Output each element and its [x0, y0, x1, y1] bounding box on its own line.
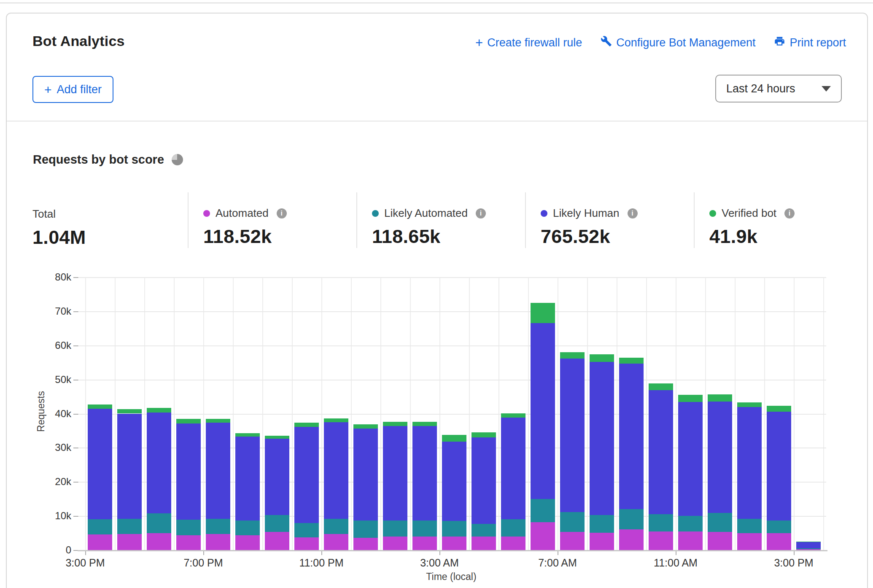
bar-segment-verified-bot[interactable]	[147, 408, 171, 413]
bar-segment-likely-automated[interactable]	[353, 521, 378, 537]
bar-segment-automated[interactable]	[88, 534, 112, 550]
bar-segment-verified-bot[interactable]	[235, 433, 260, 437]
bar-segment-likely-human[interactable]	[678, 402, 703, 516]
bar-segment-likely-human[interactable]	[472, 437, 496, 524]
bar-segment-likely-human[interactable]	[442, 442, 466, 521]
bar-segment-likely-human[interactable]	[324, 422, 348, 519]
bar-segment-automated[interactable]	[560, 532, 585, 550]
bar-segment-verified-bot[interactable]	[796, 542, 821, 542]
bar-segment-automated[interactable]	[294, 537, 319, 550]
bar-segment-automated[interactable]	[708, 532, 732, 550]
bar-segment-verified-bot[interactable]	[649, 383, 673, 390]
bar-segment-verified-bot[interactable]	[737, 402, 762, 407]
bar-segment-likely-human[interactable]	[176, 423, 201, 520]
bar-segment-likely-automated[interactable]	[206, 519, 230, 534]
bar-segment-automated[interactable]	[531, 522, 555, 550]
bar-segment-automated[interactable]	[649, 531, 673, 550]
bar-segment-verified-bot[interactable]	[383, 422, 407, 426]
bar-segment-likely-human[interactable]	[708, 402, 732, 513]
bar-segment-likely-automated[interactable]	[678, 516, 703, 531]
bar-segment-likely-human[interactable]	[649, 390, 673, 514]
bar-segment-likely-automated[interactable]	[117, 519, 142, 534]
bar-segment-automated[interactable]	[767, 533, 791, 550]
bar-segment-automated[interactable]	[265, 532, 289, 550]
bar-segment-likely-automated[interactable]	[708, 513, 732, 532]
bar-segment-verified-bot[interactable]	[294, 423, 319, 427]
bar-segment-verified-bot[interactable]	[324, 418, 348, 422]
bar-segment-verified-bot[interactable]	[353, 424, 378, 429]
bar-segment-verified-bot[interactable]	[678, 395, 703, 402]
bar-segment-verified-bot[interactable]	[117, 409, 142, 414]
create-firewall-rule-link[interactable]: + Create firewall rule	[475, 36, 582, 49]
bar-segment-likely-human[interactable]	[353, 429, 378, 521]
bar-segment-likely-automated[interactable]	[737, 519, 762, 533]
bar-segment-verified-bot[interactable]	[472, 432, 496, 437]
bar-segment-automated[interactable]	[117, 534, 142, 550]
bar-segment-likely-automated[interactable]	[442, 521, 466, 537]
bar-segment-verified-bot[interactable]	[412, 422, 437, 426]
bar-segment-verified-bot[interactable]	[265, 436, 289, 439]
bar-segment-automated[interactable]	[206, 534, 230, 550]
bar-segment-likely-automated[interactable]	[560, 512, 585, 532]
bar-segment-verified-bot[interactable]	[531, 303, 555, 324]
bar-segment-automated[interactable]	[678, 531, 703, 550]
bar-segment-verified-bot[interactable]	[590, 354, 614, 362]
bar-segment-likely-automated[interactable]	[767, 521, 791, 534]
bar-segment-verified-bot[interactable]	[708, 394, 732, 402]
bar-segment-verified-bot[interactable]	[88, 405, 112, 409]
bar-segment-likely-human[interactable]	[206, 423, 230, 519]
bar-segment-automated[interactable]	[324, 534, 348, 550]
bar-segment-likely-human[interactable]	[294, 427, 319, 523]
bar-segment-likely-automated[interactable]	[176, 520, 201, 535]
bar-segment-verified-bot[interactable]	[206, 419, 230, 423]
bar-segment-automated[interactable]	[501, 537, 525, 550]
bar-segment-likely-human[interactable]	[619, 364, 644, 509]
bar-segment-likely-human[interactable]	[590, 362, 614, 515]
bar-segment-likely-automated[interactable]	[265, 515, 289, 532]
bar-segment-likely-automated[interactable]	[501, 519, 525, 536]
bar-segment-automated[interactable]	[412, 537, 437, 550]
bar-segment-likely-automated[interactable]	[531, 499, 555, 522]
bar-segment-likely-human[interactable]	[501, 418, 525, 519]
bar-segment-verified-bot[interactable]	[442, 435, 466, 442]
bar-segment-likely-human[interactable]	[796, 542, 821, 548]
bar-segment-likely-automated[interactable]	[590, 515, 614, 533]
bar-segment-likely-automated[interactable]	[649, 514, 673, 531]
bar-segment-likely-automated[interactable]	[147, 513, 171, 533]
print-report-link[interactable]: Print report	[774, 35, 846, 50]
bar-segment-automated[interactable]	[442, 537, 466, 550]
bar-segment-likely-human[interactable]	[412, 426, 437, 520]
configure-bot-management-link[interactable]: Configure Bot Management	[601, 35, 755, 50]
bar-segment-likely-human[interactable]	[117, 414, 142, 519]
bar-segment-likely-human[interactable]	[88, 409, 112, 519]
bar-segment-automated[interactable]	[353, 538, 378, 550]
info-icon[interactable]: i	[628, 208, 638, 218]
bar-segment-automated[interactable]	[590, 533, 614, 550]
time-range-dropdown[interactable]: Last 24 hours	[715, 75, 842, 102]
bar-segment-likely-automated[interactable]	[619, 509, 644, 529]
bar-segment-likely-human[interactable]	[147, 413, 171, 513]
bar-segment-likely-automated[interactable]	[383, 521, 407, 537]
bar-segment-automated[interactable]	[619, 529, 644, 550]
bar-segment-automated[interactable]	[472, 537, 496, 550]
bar-segment-verified-bot[interactable]	[560, 352, 585, 359]
bar-segment-likely-automated[interactable]	[796, 548, 821, 549]
info-icon[interactable]: i	[476, 208, 486, 218]
bar-segment-automated[interactable]	[235, 535, 260, 550]
bar-segment-automated[interactable]	[383, 537, 407, 550]
bar-segment-likely-automated[interactable]	[235, 521, 260, 535]
bar-segment-verified-bot[interactable]	[619, 358, 644, 364]
bar-segment-likely-human[interactable]	[737, 407, 762, 518]
bar-segment-likely-human[interactable]	[383, 426, 407, 521]
bar-segment-likely-automated[interactable]	[324, 519, 348, 534]
bar-segment-likely-automated[interactable]	[88, 519, 112, 534]
bar-segment-likely-automated[interactable]	[472, 524, 496, 537]
bar-segment-likely-automated[interactable]	[294, 523, 319, 537]
info-icon[interactable]: i	[784, 208, 795, 218]
bar-segment-likely-human[interactable]	[767, 412, 791, 521]
bar-segment-likely-human[interactable]	[265, 439, 289, 515]
bar-segment-verified-bot[interactable]	[176, 419, 201, 423]
bar-segment-likely-human[interactable]	[531, 323, 555, 499]
add-filter-button[interactable]: + Add filter	[32, 76, 113, 103]
bar-segment-likely-human[interactable]	[235, 437, 260, 521]
